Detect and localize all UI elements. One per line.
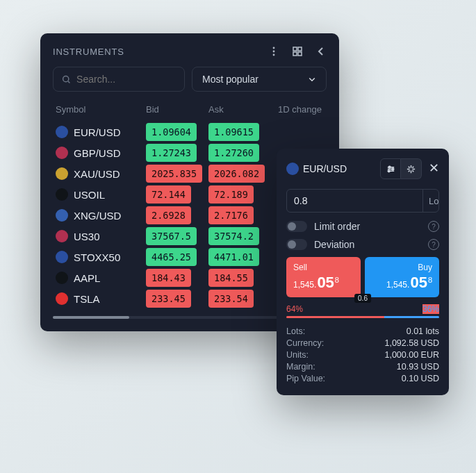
ask-value: 2.7176 (208, 206, 254, 224)
sliders-icon (386, 164, 396, 174)
flag-icon (56, 292, 68, 305)
col-symbol: Symbol (56, 104, 146, 115)
detail-key: Units: (286, 350, 309, 360)
sparkle-icon (406, 164, 416, 174)
bid-value: 2.6928 (146, 206, 191, 224)
detail-row: Pip Value:0.10 USD (286, 372, 439, 384)
detail-row: Margin:10.93 USD (286, 360, 439, 372)
quick-trade-button[interactable] (401, 158, 422, 179)
bid-value: 72.144 (146, 185, 191, 204)
detail-key: Lots: (286, 326, 305, 336)
order-details: Lots:0.01 lotsCurrency:1,092.58 USDUnits… (286, 325, 439, 384)
ask-value: 1.27260 (208, 144, 259, 162)
detail-key: Margin: (286, 362, 315, 372)
search-input[interactable] (76, 74, 176, 85)
bid-value: 1.09604 (146, 123, 197, 141)
svg-point-0 (273, 47, 275, 49)
deviation-toggle[interactable] (286, 239, 307, 250)
sell-label: Sell (293, 263, 354, 272)
svg-rect-3 (293, 47, 297, 51)
symbol-text: STOXX50 (74, 251, 120, 263)
col-change: 1D change (278, 104, 324, 115)
symbol-text: AAPL (74, 272, 100, 284)
flag-icon (56, 209, 68, 222)
limit-order-label: Limit order (314, 221, 360, 232)
detail-row: Lots:0.01 lots (286, 325, 439, 337)
symbol-text: USOIL (74, 189, 105, 201)
svg-rect-6 (298, 52, 302, 56)
detail-key: Currency: (286, 338, 324, 348)
deviation-label: Deviation (314, 239, 354, 250)
instrument-flag-icon (286, 163, 299, 175)
svg-point-7 (63, 76, 69, 81)
dropdown-label: Most popular (202, 74, 258, 85)
svg-point-8 (388, 166, 391, 168)
settings-button[interactable] (380, 158, 401, 179)
panel-title: INSTRUMENTS (53, 47, 124, 57)
svg-point-9 (391, 168, 393, 170)
close-button[interactable] (429, 163, 439, 176)
sentiment-bar (286, 316, 439, 318)
buy-label: Buy (372, 263, 432, 272)
sentiment-right: 36% (422, 304, 439, 314)
ask-value: 1.09615 (208, 123, 259, 141)
col-bid: Bid (146, 104, 208, 115)
order-panel: EUR/USD Lots +− Limit order ? Deviation … (277, 149, 449, 395)
spread-badge: 0.6 (354, 294, 371, 303)
svg-point-10 (388, 169, 390, 172)
flag-icon (56, 188, 68, 201)
svg-rect-5 (293, 52, 297, 56)
bid-value: 4465.25 (146, 248, 197, 266)
flag-icon (56, 230, 68, 242)
detail-value: 0.10 USD (402, 374, 439, 383)
symbol-text: XAU/USD (74, 168, 120, 180)
more-icon[interactable] (268, 46, 279, 57)
buy-button[interactable]: Buy 1,545.058 (365, 257, 439, 297)
detail-key: Pip Value: (286, 374, 325, 383)
order-symbol: EUR/USD (303, 163, 347, 174)
col-ask: Ask (208, 104, 278, 115)
detail-value: 1,000.00 EUR (384, 350, 439, 360)
ask-value: 37574.2 (208, 227, 259, 245)
chevron-down-icon (308, 75, 316, 83)
bid-value: 184.43 (146, 269, 191, 287)
grid-icon[interactable] (292, 46, 303, 57)
collapse-icon[interactable] (315, 46, 327, 57)
filter-dropdown[interactable]: Most popular (192, 67, 327, 92)
unit-dropdown[interactable]: Lots (422, 190, 439, 212)
flag-icon (56, 251, 68, 263)
svg-rect-4 (298, 47, 302, 51)
ask-value: 4471.01 (208, 248, 259, 266)
ask-value: 72.189 (208, 185, 254, 204)
symbol-text: EUR/USD (74, 126, 121, 138)
symbol-text: TSLA (74, 293, 100, 305)
detail-value: 0.01 lots (407, 326, 439, 336)
table-row[interactable]: EUR/USD1.096041.09615 (53, 122, 327, 142)
svg-point-1 (273, 51, 275, 53)
flag-icon (56, 147, 68, 159)
symbol-text: XNG/USD (74, 210, 121, 222)
deviation-help-icon[interactable]: ? (428, 239, 439, 250)
bid-value: 1.27243 (146, 144, 197, 162)
limit-help-icon[interactable]: ? (428, 221, 439, 232)
size-input[interactable] (287, 190, 422, 212)
instruments-header: INSTRUMENTS (53, 46, 327, 57)
search-input-wrapper[interactable] (53, 67, 185, 92)
symbol-text: GBP/USD (74, 147, 121, 159)
detail-value: 10.93 USD (397, 362, 439, 372)
bid-value: 2025.835 (146, 165, 202, 183)
size-input-wrapper: Lots +− (286, 189, 439, 213)
close-icon (429, 163, 439, 173)
detail-row: Units:1,000.00 EUR (286, 349, 439, 360)
ask-value: 233.54 (208, 290, 254, 308)
ask-value: 184.55 (208, 269, 254, 287)
detail-value: 1,092.58 USD (384, 338, 439, 348)
bid-value: 233.45 (146, 290, 191, 308)
limit-order-toggle[interactable] (286, 221, 307, 232)
detail-row: Currency:1,092.58 USD (286, 337, 439, 349)
flag-icon (56, 272, 68, 284)
svg-point-2 (273, 54, 275, 56)
bid-value: 37567.5 (146, 227, 197, 245)
search-icon (62, 74, 71, 85)
sell-button[interactable]: Sell 1,545.058 (286, 257, 361, 297)
